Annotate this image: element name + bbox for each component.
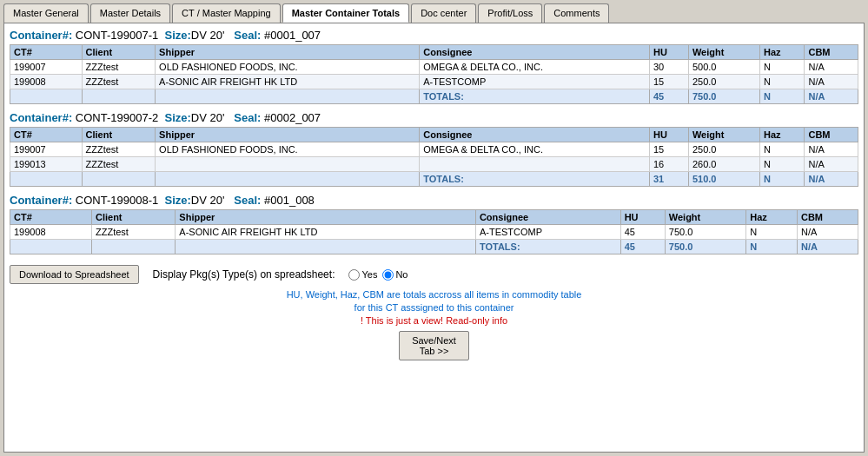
table-cell: 45 xyxy=(620,225,665,240)
radio-yes-label[interactable]: Yes xyxy=(348,269,377,281)
table-cell: N/A xyxy=(805,157,858,172)
col-header-cbm: CBM xyxy=(805,45,858,60)
container-number-label: Container#: xyxy=(10,194,72,207)
totals-cell: 750.0 xyxy=(688,89,759,104)
totals-cell: 31 xyxy=(650,172,689,187)
table-cell: N/A xyxy=(805,142,858,157)
container-table-3: CT#ClientShipperConsigneeHUWeightHazCBM1… xyxy=(10,209,858,254)
tab-master-container-totals[interactable]: Master Container Totals xyxy=(282,3,410,23)
container-number-label: Container#: xyxy=(10,29,72,42)
table-cell: ZZZtest xyxy=(82,60,156,75)
table-cell: N xyxy=(759,142,805,157)
table-cell xyxy=(156,157,420,172)
table-cell: 750.0 xyxy=(665,225,745,240)
totals-cell: 510.0 xyxy=(688,172,759,187)
main-content: Container#: CONT-199007-1 Size:DV 20' Se… xyxy=(3,23,865,453)
tab-doc-center[interactable]: Doc center xyxy=(411,3,476,23)
table-row: 199007ZZZtestOLD FASHIONED FOODS, INC.OM… xyxy=(10,142,858,157)
container-seal-label: Seal: xyxy=(234,111,261,124)
totals-cell xyxy=(10,89,83,104)
container-size-label: Size: xyxy=(164,29,190,42)
col-header-weight: Weight xyxy=(688,128,759,142)
container-table-1: CT#ClientShipperConsigneeHUWeightHazCBM1… xyxy=(10,44,858,104)
radio-yes[interactable] xyxy=(348,269,360,281)
container-number: CONT-199007-1 xyxy=(76,29,158,42)
tab-profit-loss[interactable]: Profit/Loss xyxy=(478,3,542,23)
table-cell: 250.0 xyxy=(688,142,759,157)
table-cell: 260.0 xyxy=(688,157,759,172)
container-header-2: Container#: CONT-199007-2 Size:DV 20' Se… xyxy=(10,111,858,124)
totals-cell: N xyxy=(759,172,805,187)
table-cell: A-SONIC AIR FREIGHT HK LTD xyxy=(176,225,476,240)
table-cell: 30 xyxy=(650,60,689,75)
col-header-hu: HU xyxy=(650,128,689,142)
radio-no-label[interactable]: No xyxy=(382,269,407,281)
container-seal: #001_008 xyxy=(264,194,315,207)
col-header-cbm: CBM xyxy=(797,210,858,225)
table-row: 199007ZZZtestOLD FASHIONED FOODS, INC.OM… xyxy=(10,60,858,75)
totals-cell: N xyxy=(746,240,798,254)
radio-no[interactable] xyxy=(382,269,394,281)
container-size-label: Size: xyxy=(164,111,190,124)
totals-cell xyxy=(10,240,92,254)
table-cell: OMEGA & DELTA CO., INC. xyxy=(420,142,650,157)
table-cell: N xyxy=(746,225,798,240)
radio-yes-text: Yes xyxy=(361,269,377,280)
table-cell: 15 xyxy=(650,142,689,157)
container-header-1: Container#: CONT-199007-1 Size:DV 20' Se… xyxy=(10,29,858,42)
table-row: 199013ZZZtest16260.0NN/A xyxy=(10,157,858,172)
radio-group: YesNo xyxy=(348,269,407,281)
table-cell: ZZZtest xyxy=(82,157,156,172)
col-header-client: Client xyxy=(82,45,156,60)
container-size-label: Size: xyxy=(164,194,190,207)
radio-no-text: No xyxy=(395,269,407,280)
tab-master-general[interactable]: Master General xyxy=(3,3,89,23)
container-block-2: Container#: CONT-199007-2 Size:DV 20' Se… xyxy=(10,111,858,187)
col-header-hu: HU xyxy=(620,210,665,225)
totals-cell xyxy=(156,172,420,187)
table-cell: N xyxy=(759,157,805,172)
download-spreadsheet-button[interactable]: Download to Spreadsheet xyxy=(10,265,139,284)
table-cell: 199008 xyxy=(10,75,83,89)
table-cell: A-TESTCOMP xyxy=(420,75,650,89)
col-header-ct: CT# xyxy=(10,210,92,225)
totals-cell: N/A xyxy=(797,240,858,254)
table-cell: OMEGA & DELTA CO., INC. xyxy=(420,60,650,75)
col-header-haz: Haz xyxy=(759,45,805,60)
table-cell: N/A xyxy=(797,225,858,240)
totals-label: TOTALS: xyxy=(420,172,650,187)
table-cell: ZZZtest xyxy=(91,225,175,240)
tab-ct-master-mapping[interactable]: CT / Master Mapping xyxy=(172,3,281,23)
col-header-shipper: Shipper xyxy=(176,210,476,225)
container-block-1: Container#: CONT-199007-1 Size:DV 20' Se… xyxy=(10,29,858,104)
totals-cell xyxy=(82,89,156,104)
table-cell: N/A xyxy=(805,60,858,75)
container-number-label: Container#: xyxy=(10,111,72,124)
tab-comments[interactable]: Comments xyxy=(544,3,609,23)
container-seal-label: Seal: xyxy=(234,29,261,42)
table-cell: OLD FASHIONED FOODS, INC. xyxy=(156,142,420,157)
col-header-haz: Haz xyxy=(746,210,798,225)
col-header-consignee: Consignee xyxy=(420,128,650,142)
col-header-consignee: Consignee xyxy=(420,45,650,60)
totals-label: TOTALS: xyxy=(420,89,650,104)
totals-cell: N/A xyxy=(805,172,858,187)
totals-cell xyxy=(91,240,175,254)
totals-cell: 45 xyxy=(620,240,665,254)
totals-cell xyxy=(156,89,420,104)
col-header-client: Client xyxy=(91,210,175,225)
col-header-haz: Haz xyxy=(759,128,805,142)
col-header-shipper: Shipper xyxy=(156,128,420,142)
col-header-client: Client xyxy=(82,128,156,142)
table-cell: ZZZtest xyxy=(82,75,156,89)
table-cell: A-SONIC AIR FREIGHT HK LTD xyxy=(156,75,420,89)
save-next-button[interactable]: Save/NextTab >> xyxy=(399,331,469,360)
tab-master-details[interactable]: Master Details xyxy=(90,3,170,23)
container-seal-label: Seal: xyxy=(234,194,261,207)
table-cell: 199007 xyxy=(10,142,83,157)
warning-text: ! This is just a view! Read-only info xyxy=(10,315,858,326)
table-cell: 500.0 xyxy=(688,60,759,75)
col-header-weight: Weight xyxy=(665,210,745,225)
table-cell: 199013 xyxy=(10,157,83,172)
totals-cell: 45 xyxy=(650,89,689,104)
